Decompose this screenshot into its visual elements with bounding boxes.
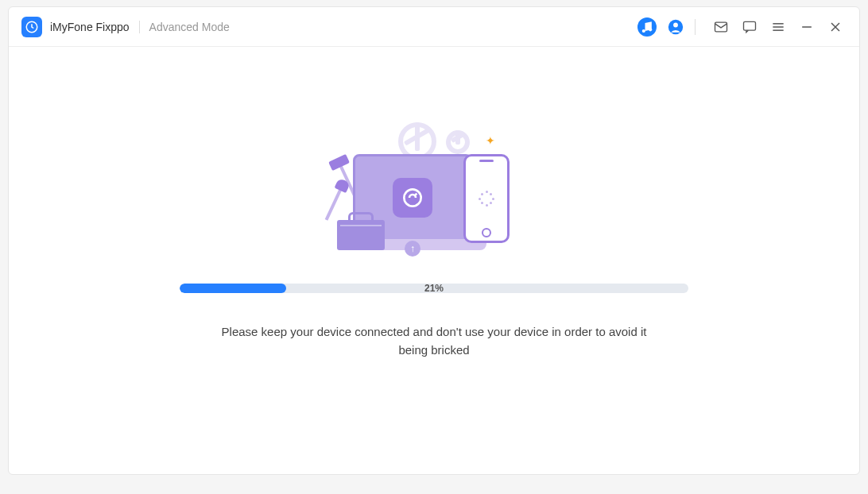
sparkle-icon: ✦: [486, 134, 494, 142]
svg-rect-5: [715, 22, 727, 32]
music-notify-icon[interactable]: [636, 16, 658, 38]
toolbar-divider: [695, 19, 696, 35]
main-content: ✦ ✦ ↑: [9, 47, 859, 474]
account-icon[interactable]: [665, 16, 687, 38]
close-icon[interactable]: [824, 16, 847, 38]
mode-label: Advanced Mode: [149, 21, 230, 33]
svg-rect-6: [744, 21, 756, 30]
mail-icon[interactable]: [710, 16, 732, 38]
progress-fill: [180, 284, 286, 293]
upload-icon: ↑: [405, 241, 420, 257]
loading-spinner-icon: [479, 191, 494, 206]
toolbox-icon: [337, 220, 385, 250]
menu-icon[interactable]: [767, 16, 789, 38]
svg-point-2: [649, 28, 652, 31]
minimize-icon[interactable]: [796, 16, 818, 38]
titlebar: iMyFone Fixppo Advanced Mode: [9, 7, 859, 47]
svg-point-4: [673, 22, 678, 27]
feedback-icon[interactable]: [738, 16, 761, 38]
wrench-icon: [325, 187, 343, 220]
app-icon-on-laptop: [393, 178, 432, 218]
app-logo-icon: [21, 17, 42, 37]
svg-point-1: [642, 29, 645, 32]
progress-percent-label: 21%: [424, 283, 444, 294]
app-title: iMyFone Fixppo: [50, 21, 130, 33]
gear-icon: [446, 130, 470, 154]
svg-point-13: [404, 189, 420, 206]
status-message: Please keep your device connected and do…: [211, 323, 657, 359]
phone-icon: [463, 154, 510, 243]
title-divider: [139, 21, 140, 33]
repair-illustration: ✦ ✦ ↑: [323, 110, 545, 261]
progress-bar: 21%: [180, 284, 688, 293]
app-window: iMyFone Fixppo Advanced Mode: [8, 6, 860, 475]
